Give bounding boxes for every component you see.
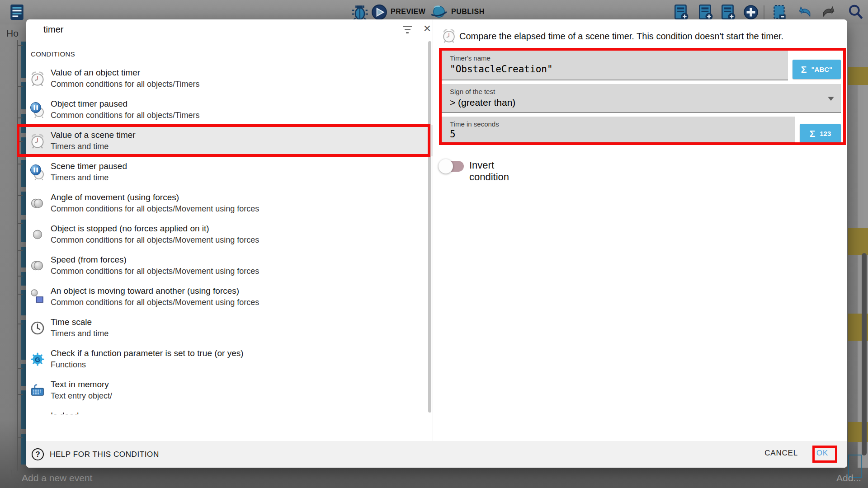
timer-name-value[interactable]: "ObstacleCreation" — [450, 64, 553, 75]
condition-list-item[interactable]: Object timer paused Common conditions fo… — [26, 94, 433, 125]
sigma-icon: Σ — [810, 128, 816, 139]
redo-icon[interactable] — [820, 4, 837, 21]
field-label: Time in seconds — [450, 120, 499, 128]
event-block — [21, 390, 26, 429]
add-circle-icon[interactable] — [742, 4, 760, 21]
conditions-list: CONDITIONS Value of an object timer Comm… — [26, 40, 433, 414]
tree-tick — [17, 437, 23, 438]
field-label: Timer's name — [450, 54, 491, 62]
action-block — [848, 228, 868, 255]
event-block — [21, 114, 26, 133]
filter-icon[interactable] — [402, 26, 412, 35]
search-bar: × — [26, 19, 433, 40]
event-tree-line — [17, 40, 18, 471]
question-mark-icon: ? — [32, 448, 44, 460]
condition-list-item[interactable]: Is dead Health (life points and damages … — [26, 406, 433, 414]
pausetimer-icon — [29, 102, 46, 118]
timer-name-field[interactable]: Timer's name "ObstacleCreation" — [441, 51, 788, 80]
conditions-section-header: CONDITIONS — [26, 40, 433, 63]
search-input[interactable] — [43, 19, 378, 39]
condition-list-item[interactable]: Value of an object timer Common conditio… — [26, 63, 433, 94]
sigma-icon: Σ — [801, 64, 807, 75]
action-block — [848, 67, 868, 85]
invert-condition-label: Invert condition — [469, 160, 509, 183]
parameters-panel: Compare the elapsed time of a scene time… — [433, 19, 847, 441]
event-block — [21, 272, 26, 286]
project-manager-icon[interactable] — [8, 4, 25, 21]
tree-corner — [11, 470, 17, 476]
add-comment-icon[interactable] — [720, 4, 737, 21]
instruction-selector-panel: × CONDITIONS Value of an object timer Co… — [26, 19, 433, 441]
add-event-icon[interactable] — [673, 4, 690, 21]
preview-button[interactable]: PREVIEW — [391, 8, 425, 16]
close-icon[interactable]: × — [420, 21, 434, 36]
tree-tick — [17, 324, 23, 324]
tree-tick — [17, 394, 23, 395]
sign-of-test-select[interactable]: Sign of the test > (greater than) — [441, 84, 841, 113]
event-block — [21, 434, 26, 465]
paste-icon[interactable] — [771, 4, 788, 21]
debugger-icon[interactable] — [351, 4, 368, 21]
time-seconds-value[interactable]: 5 — [450, 129, 456, 140]
string-expression-button[interactable]: Σ "ABC" — [793, 60, 841, 79]
tree-tick — [17, 276, 23, 277]
coin-icon — [29, 226, 46, 243]
condition-list-item[interactable]: Scene timer paused Timers and time — [26, 156, 433, 188]
coins-icon — [29, 195, 46, 211]
tree-tick — [17, 45, 23, 46]
clock-icon — [29, 320, 46, 336]
tree-tick — [17, 117, 23, 118]
publish-button[interactable]: PUBLISH — [451, 8, 485, 16]
time-seconds-field[interactable]: Time in seconds 5 — [441, 117, 795, 143]
pausetimer-icon — [29, 164, 46, 180]
toolbar-separator — [764, 5, 764, 20]
event-block — [21, 247, 26, 267]
tree-tick — [17, 195, 23, 196]
alarm-icon — [29, 133, 46, 149]
gear-icon — [29, 413, 46, 414]
condition-description: Compare the elapsed time of a scene time… — [459, 31, 783, 42]
tree-tick — [17, 368, 23, 369]
tree-tick — [17, 86, 23, 87]
gear-icon — [29, 351, 46, 367]
condition-list-item[interactable]: Speed (from forces) Common conditions fo… — [26, 250, 433, 281]
condition-list-item[interactable]: Text in memory Text entry object/ — [26, 375, 433, 406]
alarm-icon — [29, 70, 46, 87]
list-scrollbar[interactable] — [428, 41, 431, 413]
condition-list-item[interactable]: Angle of movement (using forces) Common … — [26, 188, 433, 219]
condition-editor-dialog: × CONDITIONS Value of an object timer Co… — [26, 19, 847, 468]
undo-icon[interactable] — [796, 4, 813, 21]
cancel-button[interactable]: CANCEL — [764, 449, 798, 458]
number-expression-button[interactable]: Σ 123 — [800, 124, 841, 143]
condition-list-item[interactable]: Object is stopped (no forces applied on … — [26, 219, 433, 250]
coins-icon — [29, 258, 46, 274]
play-icon[interactable] — [371, 4, 388, 21]
tree-tick — [17, 294, 23, 295]
publish-globe-icon[interactable] — [430, 4, 448, 21]
invert-condition-toggle[interactable] — [440, 157, 467, 175]
help-button[interactable]: ? HELP FOR THIS CONDITION — [32, 441, 159, 468]
event-block — [21, 320, 26, 360]
scene-timer-icon — [441, 28, 457, 43]
search-icon[interactable] — [847, 4, 864, 21]
condition-list-item[interactable]: Time scale Timers and time — [26, 312, 433, 343]
add-new-event-button[interactable]: Add a new event — [22, 473, 92, 483]
tree-tick — [17, 141, 23, 142]
condition-list-item[interactable]: Check if a function parameter is set to … — [26, 343, 433, 375]
tree-tick — [17, 164, 23, 164]
condition-list-item[interactable]: An object is moving toward another (usin… — [26, 281, 433, 312]
chevron-down-icon — [828, 97, 834, 101]
ok-button[interactable]: OK — [816, 449, 828, 458]
events-scrollbar[interactable] — [862, 253, 867, 455]
field-label: Sign of the test — [450, 88, 495, 95]
home-tab[interactable]: Ho — [6, 28, 19, 39]
add-action-button[interactable]: Add... — [836, 473, 861, 483]
condition-list-item[interactable]: Value of a scene timer Timers and time — [26, 125, 433, 156]
event-block — [21, 42, 26, 78]
event-block — [21, 137, 26, 155]
tree-tick — [17, 250, 23, 251]
add-subevent-icon[interactable] — [697, 4, 714, 21]
tree-tick — [17, 223, 23, 224]
dialog-footer: ? HELP FOR THIS CONDITION CANCEL OK — [26, 441, 847, 468]
coinsquare-icon — [29, 289, 46, 305]
